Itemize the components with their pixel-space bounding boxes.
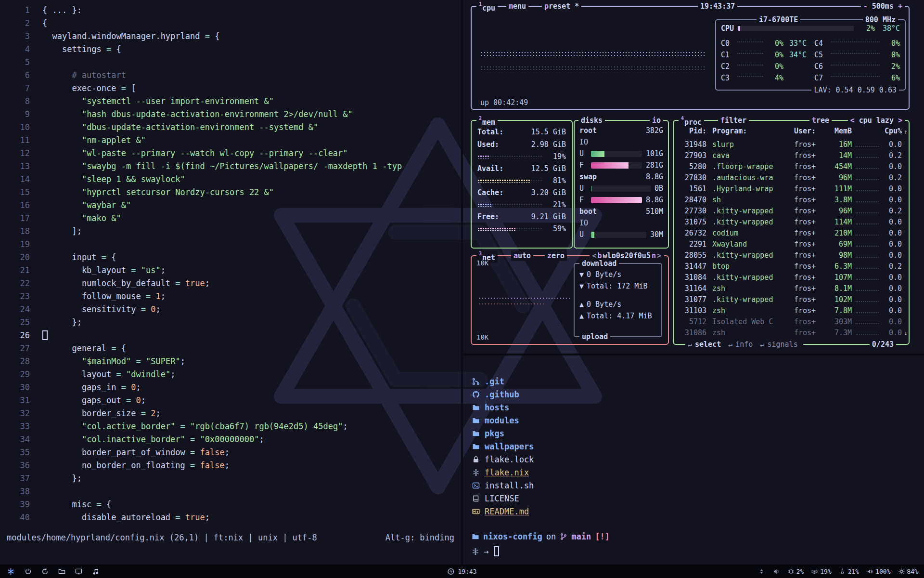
editor-line[interactable]: 8 "systemctl --user import-environment &… — [0, 95, 461, 108]
editor-line[interactable]: 4 settings = { — [0, 43, 461, 56]
editor-line[interactable]: 2{ — [0, 17, 461, 30]
editor-line[interactable]: 13 "swaybg -m fill -i $(find ~/Pictures/… — [0, 160, 461, 173]
editor-line[interactable]: 34 "col.inactive_border" = "0x00000000"; — [0, 433, 461, 446]
editor-line[interactable]: 26 — [0, 329, 461, 342]
process-row[interactable]: 28470shfros+3.8M0.0 — [680, 195, 902, 206]
editor-line[interactable]: 16 "waybar &" — [0, 199, 461, 212]
files-icon[interactable] — [58, 568, 65, 575]
editor-line[interactable]: 28 "$mainMod" = "SUPER"; — [0, 355, 461, 368]
editor-line[interactable]: 21 kb_layout = "us"; — [0, 264, 461, 277]
editor-line[interactable]: 36 no_border_on_floating = false; — [0, 459, 461, 472]
select-action[interactable]: select — [695, 340, 721, 349]
process-row[interactable]: 5712Isolated Web Cfros+303M0.0 — [680, 316, 902, 328]
editor-line[interactable]: 19 — [0, 238, 461, 251]
info-action[interactable]: info — [735, 340, 753, 349]
cpu-model-label: i7-6700TE — [757, 14, 800, 25]
editor-line[interactable]: 35 border_part_of_window = false; — [0, 446, 461, 459]
editor-line[interactable]: 3 wayland.windowManager.hyprland = { — [0, 30, 461, 43]
shell-input-line[interactable]: → — [472, 546, 499, 556]
updown-icon[interactable] — [758, 568, 765, 575]
editor-line[interactable]: 30 gaps_in = 0; — [0, 381, 461, 394]
editor-line[interactable]: 9 "hash dbus-update-activation-environme… — [0, 108, 461, 121]
editor-line[interactable]: 22 numlock_by_default = true; — [0, 277, 461, 290]
editor-line[interactable]: 23 follow_mouse = 1; — [0, 290, 461, 303]
editor-line[interactable]: 14 "sleep 1 && swaylock" — [0, 173, 461, 186]
process-row[interactable]: 2291Xwaylandfros+69M0.0 — [680, 239, 902, 250]
editor-line[interactable]: 29 layout = "dwindle"; — [0, 368, 461, 381]
editor-line[interactable]: 25 }; — [0, 316, 461, 329]
editor-line[interactable]: 40 disable_autoreload = true; — [0, 511, 461, 524]
file-name: .git — [485, 377, 504, 386]
tree-button[interactable]: tree — [809, 115, 832, 126]
display-icon[interactable] — [75, 568, 82, 575]
editor-line[interactable]: 12 "wl-paste --primary --watch wl-copy -… — [0, 147, 461, 160]
net-auto-button[interactable]: auto — [511, 250, 533, 261]
terminal-icon — [472, 482, 480, 489]
process-row[interactable]: 26732codiumfros+210M0.0 — [680, 228, 902, 239]
process-row[interactable]: 31084.kitty-wrappedfros+107M0.0 — [680, 272, 902, 283]
process-row[interactable]: 28055.kitty-wrappedfros+98M0.0 — [680, 250, 902, 261]
editor-line[interactable]: 33 "col.active_border" = "rgb(cba6f7) rg… — [0, 420, 461, 433]
line-number: 33 — [0, 420, 30, 433]
editor-line[interactable]: 17 "mako &" — [0, 212, 461, 225]
disk-used-bar — [591, 185, 651, 192]
editor-line[interactable]: 6 # autostart — [0, 69, 461, 82]
editor-line[interactable]: 37 }; — [0, 472, 461, 485]
editor-line[interactable]: 39 misc = { — [0, 498, 461, 511]
process-row[interactable]: 1561.Hyprland-wrapfros+111M0.0 — [680, 184, 902, 195]
music-icon[interactable] — [92, 568, 99, 575]
power-icon[interactable] — [25, 568, 32, 575]
volume-tray-icon[interactable] — [773, 568, 780, 575]
process-row[interactable]: 31948slurpfros+16M0.0 — [680, 139, 902, 150]
editor-line[interactable]: 32 border_size = 2; — [0, 407, 461, 420]
editor-line[interactable]: 20 input = { — [0, 251, 461, 264]
process-row[interactable]: 27903cavafros+14M0.2 — [680, 150, 902, 161]
process-row[interactable]: 31075.kitty-wrappedfros+114M0.0 — [680, 217, 902, 228]
btop-clock: 19:43:37 — [698, 1, 737, 12]
nix-logo-icon[interactable] — [7, 567, 15, 576]
scroll-down-arrow[interactable]: ↓ — [904, 330, 908, 336]
editor-line[interactable]: 27 general = { — [0, 342, 461, 355]
editor-line[interactable]: 5 — [0, 56, 461, 69]
process-row[interactable]: 31447btopfros+6.3M0.2 — [680, 261, 902, 272]
disk-row: swap8.8G — [575, 171, 668, 183]
waybar-module[interactable]: 100% — [867, 568, 890, 575]
editor-line[interactable]: 1{ ... }: — [0, 4, 461, 17]
process-row[interactable]: 31086zshfros+7.3M0.0 — [680, 328, 902, 337]
process-row[interactable]: 31164zshfros+8.1M0.0 — [680, 283, 902, 294]
waybar-module[interactable]: 2% — [788, 568, 804, 575]
line-text: ]; — [42, 225, 82, 238]
waybar-module[interactable]: 21% — [839, 568, 859, 575]
editor-line[interactable]: 31 gaps_out = 0; — [0, 394, 461, 407]
editor-line[interactable]: 10 "dbus-update-activation-environment -… — [0, 121, 461, 134]
load-average: LAV: 0.54 0.59 0.63 — [811, 85, 899, 95]
code-area[interactable]: 1{ ... }:2{3 wayland.windowManager.hyprl… — [0, 4, 461, 524]
scroll-up-arrow[interactable]: ↑ — [904, 129, 908, 135]
line-text: "nm-applet &" — [42, 134, 146, 147]
process-row[interactable]: 31077.kitty-wrappedfros+102M0.0 — [680, 294, 902, 305]
process-row[interactable]: 27730.kitty-wrappedfros+96M0.2 — [680, 206, 902, 217]
io-mode-button[interactable]: io — [650, 115, 663, 126]
waybar-module[interactable]: 84% — [898, 568, 918, 575]
process-row[interactable]: 5280.floorp-wrappefros+454M0.0 — [680, 161, 902, 172]
filter-button[interactable]: filter — [718, 115, 749, 126]
signals-action[interactable]: signals — [767, 340, 797, 349]
waybar-module[interactable]: 19% — [811, 568, 831, 575]
editor-line[interactable]: 11 "nm-applet &" — [0, 134, 461, 147]
editor-line[interactable]: 24 sensitivity = 0; — [0, 303, 461, 316]
process-row[interactable]: 31103zshfros+7.8M0.0 — [680, 305, 902, 316]
volume-icon — [867, 568, 873, 575]
menu-button[interactable]: menu — [506, 1, 528, 12]
reload-icon[interactable] — [41, 568, 49, 575]
editor-line[interactable]: 18 ]; — [0, 225, 461, 238]
net-zero-button[interactable]: zero — [545, 250, 567, 261]
update-interval-control[interactable]: - 500ms + — [861, 1, 905, 12]
editor-line[interactable]: 38 — [0, 485, 461, 498]
line-number: 21 — [0, 264, 30, 277]
sort-selector[interactable]: < cpu lazy > — [848, 115, 905, 126]
editor-line[interactable]: 15 "hyprctl setcursor Nordzy-cursors 22 … — [0, 186, 461, 199]
preset-button[interactable]: preset * — [542, 1, 581, 12]
clock-module[interactable]: 19:43 — [447, 568, 476, 575]
process-row[interactable]: 27830.audacious-wrafros+96M0.2 — [680, 172, 902, 184]
editor-line[interactable]: 7 exec-once = [ — [0, 82, 461, 95]
